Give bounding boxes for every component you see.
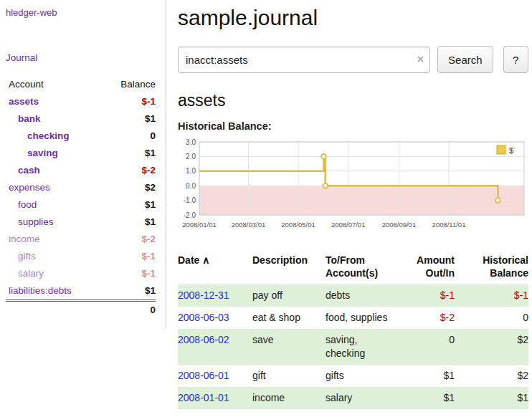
account-link[interactable]: saving [27, 148, 58, 158]
page-title: sample.journal [178, 6, 528, 30]
transaction-balance: $2 [460, 365, 528, 387]
account-link[interactable]: income [9, 234, 40, 244]
transaction-balance: $1 [460, 387, 528, 409]
transaction-amount: $-2 [403, 307, 460, 329]
historical-balance-chart: 3.02.01.00.0-1.0-2.02008/01/012008/03/01… [178, 138, 528, 232]
register-header-account: To/From Account(s) [320, 251, 403, 284]
svg-text:2008/05/01: 2008/05/01 [281, 221, 315, 229]
app-title-link[interactable]: hledger-web [6, 7, 156, 18]
transaction-balance: 0 [460, 307, 528, 329]
register-header-balance: Historical Balance [460, 251, 528, 284]
account-link[interactable]: supplies [18, 216, 54, 227]
svg-text:2008/01/01: 2008/01/01 [182, 221, 217, 229]
account-row: saving $1 [6, 145, 156, 162]
main-content: sample.journal × Search ? assets Histori… [178, 0, 528, 409]
account-balance: $1 [103, 110, 156, 128]
account-link[interactable]: cash [18, 165, 40, 176]
transaction-date-link[interactable]: 2008-06-01 [178, 370, 229, 381]
search-button[interactable]: Search [437, 46, 493, 73]
register-table: Date ∧ Description To/From Account(s) Am… [178, 251, 528, 409]
account-link[interactable]: expenses [9, 182, 50, 193]
account-link[interactable]: gifts [18, 251, 36, 262]
account-link[interactable]: food [18, 199, 37, 210]
transaction-description: income [247, 387, 320, 409]
account-balance: $1 [103, 196, 156, 214]
chart-title: Historical Balance: [178, 120, 528, 132]
date-header-label: Date [178, 254, 199, 266]
amount-header-line2: Out/In [426, 267, 455, 279]
account-header-line2: Account(s) [326, 267, 378, 279]
accounts-header-balance: Balance [103, 76, 156, 93]
transaction-accounts: salary [320, 387, 403, 409]
register-header-row: Date ∧ Description To/From Account(s) Am… [178, 251, 528, 284]
transaction-date-link[interactable]: 2008-06-03 [178, 312, 229, 323]
account-link[interactable]: bank [18, 113, 41, 124]
transaction-accounts: debts [320, 284, 403, 307]
account-row: income $-2 [6, 231, 156, 248]
account-link[interactable]: assets [9, 96, 39, 107]
account-balance: $1 [103, 282, 156, 301]
transaction-date-link[interactable]: 2008-12-31 [178, 289, 229, 301]
transaction-balance: $2 [460, 329, 528, 365]
svg-text:1.0: 1.0 [186, 167, 196, 175]
transaction-accounts: food, supplies [320, 307, 403, 329]
transaction-description: gift [247, 365, 320, 387]
account-header-line1: To/From [326, 254, 365, 266]
accounts-table: Account Balance assets $-1 bank $1 check… [6, 76, 156, 319]
transaction-accounts: saving, checking [320, 329, 403, 365]
svg-text:2008/07/01: 2008/07/01 [331, 221, 366, 229]
account-balance: $-1 [103, 265, 156, 282]
account-link[interactable]: liabilities:debts [9, 285, 72, 296]
svg-text:0.0: 0.0 [186, 182, 196, 190]
balance-chart-svg: 3.02.01.00.0-1.0-2.02008/01/012008/03/01… [178, 138, 527, 232]
register-row: 2008-06-03 eat & shop food, supplies $-2… [178, 307, 528, 329]
transaction-accounts: gifts [320, 365, 403, 387]
accounts-total-spacer [6, 301, 103, 320]
svg-text:3.0: 3.0 [186, 138, 196, 146]
account-row: cash $-2 [6, 162, 156, 179]
legend-swatch [497, 145, 505, 154]
transaction-description: pay off [247, 284, 320, 307]
register-header-date[interactable]: Date ∧ [178, 251, 247, 284]
transaction-amount: 0 [403, 329, 460, 365]
transaction-amount: $-1 [403, 284, 460, 307]
account-balance: $1 [103, 214, 156, 231]
account-row: liabilities:debts $1 [6, 282, 156, 301]
transaction-description: save [247, 329, 320, 365]
sort-asc-icon: ∧ [202, 254, 209, 266]
account-balance: $-1 [103, 248, 156, 265]
transaction-amount: $1 [403, 365, 460, 387]
help-button[interactable]: ? [503, 46, 528, 73]
account-row: gifts $-1 [6, 248, 156, 265]
account-row: food $1 [6, 196, 156, 214]
account-row: supplies $1 [6, 214, 156, 231]
transaction-date-link[interactable]: 2008-06-02 [178, 334, 229, 345]
register-row: 2008-06-02 save saving, checking 0 $2 [178, 329, 528, 365]
account-balance: 0 [103, 128, 156, 145]
register-header-description: Description [247, 251, 320, 284]
account-row: checking 0 [6, 128, 156, 145]
transaction-amount: $1 [403, 387, 460, 409]
clear-search-icon[interactable]: × [417, 52, 424, 67]
accounts-total-row: 0 [6, 301, 156, 320]
sidebar: hledger-web Journal Account Balance asse… [0, 0, 166, 329]
register-row: 2008-06-01 gift gifts $1 $2 [178, 365, 528, 387]
account-balance: $2 [103, 179, 156, 196]
accounts-header-account: Account [6, 76, 103, 93]
nav-journal-link[interactable]: Journal [6, 52, 156, 63]
transaction-balance: $-1 [460, 284, 528, 307]
account-link[interactable]: salary [18, 268, 44, 279]
account-link[interactable]: checking [27, 130, 70, 141]
search-box: × [178, 47, 430, 73]
svg-text:$: $ [509, 146, 513, 155]
account-row: assets $-1 [6, 93, 156, 110]
svg-text:2008/03/01: 2008/03/01 [232, 221, 266, 229]
account-row: expenses $2 [6, 179, 156, 196]
account-balance: $-2 [103, 231, 156, 248]
transaction-date-link[interactable]: 2008-01-01 [178, 392, 229, 403]
transaction-description: eat & shop [247, 307, 320, 329]
svg-text:2008/09/01: 2008/09/01 [382, 221, 417, 229]
search-input[interactable] [178, 47, 430, 73]
svg-text:-1.0: -1.0 [184, 196, 196, 204]
search-form: × Search ? [178, 46, 528, 73]
